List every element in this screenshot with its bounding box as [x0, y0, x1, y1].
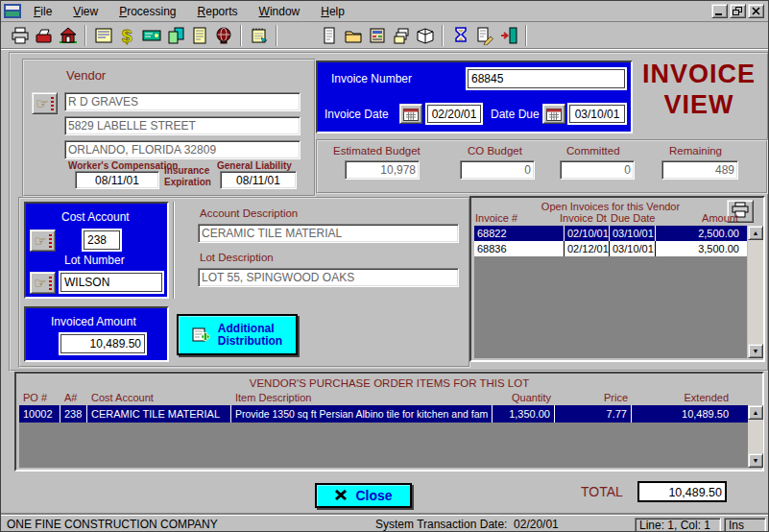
lot-description-label: Lot Description [200, 252, 274, 263]
hand-pointer-icon: ☞ [34, 276, 46, 290]
exit-icon[interactable] [496, 24, 520, 47]
minimize-button[interactable] [711, 4, 728, 18]
column-header: Invoice Dt [560, 212, 611, 224]
close-button[interactable]: Close [315, 483, 412, 508]
vendor-lookup-button[interactable]: ☞ [32, 92, 58, 114]
close-button-label: Close [355, 488, 392, 503]
vendor-address1-field[interactable]: 5829 LABELLE STREET [64, 116, 300, 135]
page-title: INVOICEVIEW [633, 59, 765, 120]
invoice-view-window: File View Processing Reports Window Help… [0, 0, 769, 532]
distribution-container: Cost Account ☞ 238 Lot Number ☞ WILSON A… [18, 197, 470, 368]
menu-window[interactable]: Window [252, 3, 307, 20]
cost-account-lookup-button[interactable]: ☞ [30, 230, 56, 252]
app-icon[interactable] [4, 4, 21, 18]
date-due-field[interactable]: 03/10/01 [569, 105, 625, 123]
menu-processing[interactable]: Processing [112, 3, 182, 20]
estimated-budget-label: Estimated Budget [333, 145, 421, 157]
status-insert-mode: Ins [724, 518, 766, 532]
dollar-icon[interactable]: $ [115, 24, 139, 47]
column-header: Invoice # [475, 212, 565, 224]
section-divider [173, 202, 175, 299]
date-due-label: Date Due [491, 108, 540, 121]
account-description-field[interactable]: CERAMIC TILE MATERIAL [198, 224, 459, 243]
invoiced-amount-field[interactable]: 10,489.50 [60, 334, 145, 353]
column-header: Item Description [231, 392, 493, 403]
invoice-form-icon[interactable] [91, 24, 115, 47]
po-items-panel: VENDOR'S PURCHASE ORDER ITEMS FOR THIS L… [14, 372, 764, 472]
menu-help[interactable]: Help [314, 3, 351, 20]
print-icon[interactable] [8, 24, 32, 47]
vendor-group: Vendor ☞ R D GRAVES 5829 LABELLE STREET … [22, 59, 316, 197]
folder-open-icon[interactable] [341, 24, 365, 47]
cost-account-panel: Cost Account ☞ 238 Lot Number ☞ WILSON [24, 202, 169, 299]
red-dots-icon [49, 234, 52, 248]
toolbar-separator [84, 25, 86, 46]
po-items-header: PO # A# Cost Account Item Description Qu… [19, 392, 748, 403]
copy-pages-icon[interactable] [163, 24, 187, 47]
additional-distribution-button[interactable]: AdditionalDistribution [177, 314, 298, 355]
column-header: Quantity [493, 392, 555, 403]
po-items-scrollbar[interactable]: ▲ ▼ [748, 405, 763, 468]
column-header: PO # [19, 392, 60, 403]
lot-number-field[interactable]: WILSON [60, 273, 162, 292]
estimated-budget-field[interactable]: 10,978 [345, 160, 420, 180]
print-preview-icon[interactable] [472, 24, 496, 47]
restore-button[interactable] [730, 4, 746, 18]
toolbar: $ [1, 22, 768, 49]
home-icon[interactable] [56, 24, 80, 47]
workers-comp-label: Worker's Compensation [68, 160, 178, 171]
list-form-icon[interactable] [187, 24, 211, 47]
vendor-address2-field[interactable]: ORLANDO, FLORIDA 32809 [64, 140, 300, 159]
column-header: Price [555, 392, 632, 403]
scroll-up-button[interactable]: ▲ [748, 226, 763, 240]
vendor-name-field[interactable]: R D GRAVES [64, 92, 300, 111]
open-invoice-row[interactable]: 68822 02/10/01 03/10/01 2,500.00 [474, 226, 747, 241]
general-liability-date-field[interactable]: 08/11/01 [220, 171, 297, 189]
hourglass-icon[interactable] [448, 24, 472, 47]
invoice-date-field[interactable]: 02/20/01 [427, 105, 481, 123]
notepad-icon[interactable] [247, 24, 271, 47]
invoice-date-calendar-button[interactable] [399, 104, 422, 124]
co-budget-field[interactable]: 0 [460, 160, 535, 180]
co-budget-label: CO Budget [468, 145, 522, 157]
total-field[interactable]: 10,489.50 [637, 481, 727, 502]
scroll-down-button[interactable]: ▼ [748, 453, 763, 468]
card-file-icon[interactable] [32, 24, 56, 47]
scroll-up-button[interactable]: ▲ [748, 405, 763, 420]
register-icon[interactable] [365, 24, 389, 47]
menu-file[interactable]: File [27, 3, 59, 20]
document-icon[interactable] [317, 24, 341, 47]
workers-comp-date-field[interactable]: 08/11/01 [75, 171, 159, 189]
remaining-field[interactable]: 489 [661, 160, 738, 180]
globe-icon[interactable] [211, 24, 235, 47]
scroll-down-button[interactable]: ▼ [748, 344, 763, 358]
window-controls [711, 4, 768, 18]
status-line-col: Line: 1, Col: 1 [635, 518, 721, 532]
copies-icon[interactable] [389, 24, 413, 47]
open-invoice-row[interactable]: 68836 02/12/01 03/10/01 3,500.00 [474, 241, 747, 256]
column-header: Cost Account [87, 392, 231, 403]
hand-pointer-icon: ☞ [36, 96, 48, 110]
column-header: Due Date [611, 212, 657, 224]
lot-description-field[interactable]: LOT 55, SPINGWOOD OAKS [198, 268, 459, 287]
menu-reports[interactable]: Reports [191, 3, 245, 20]
invoice-number-field[interactable]: 68845 [468, 69, 625, 88]
open-invoices-header: Invoice # Invoice Dt Due Date Amount [475, 212, 748, 224]
menu-view[interactable]: View [66, 3, 105, 20]
open-invoices-scrollbar[interactable]: ▲ ▼ [748, 226, 763, 358]
close-window-button[interactable] [748, 4, 764, 18]
general-liability-label: General Liability [217, 160, 292, 171]
lot-number-lookup-button[interactable]: ☞ [30, 272, 56, 294]
check-icon[interactable] [139, 24, 163, 47]
date-due-calendar-button[interactable] [542, 104, 565, 124]
column-header: A# [60, 392, 87, 403]
book-icon[interactable] [413, 24, 437, 47]
insurance-expiration-label: InsuranceExpiration [164, 165, 211, 188]
calendar-icon [403, 108, 419, 121]
cost-account-label: Cost Account [61, 210, 130, 224]
committed-field[interactable]: 0 [560, 160, 635, 180]
po-item-row[interactable]: 10002 238 CERAMIC TILE MATERIAL Provide … [19, 405, 748, 423]
status-transaction-date: System Transaction Date: 02/20/01 [372, 518, 563, 531]
cost-account-field[interactable]: 238 [84, 230, 120, 250]
account-description-label: Account Description [200, 207, 298, 219]
